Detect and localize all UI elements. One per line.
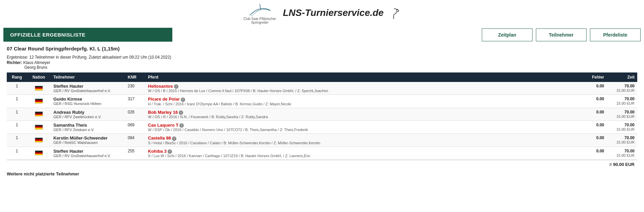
pferdeliste-button[interactable]: Pferdeliste: [590, 28, 641, 41]
content-area: 07 Clear Round Springpferdeprfg. Kl. L (…: [0, 42, 644, 169]
info-icon[interactable]: i: [181, 98, 185, 102]
cell-rang: 1: [7, 95, 27, 108]
participant-club: GER / RFV Zweibrücken e.V.: [53, 115, 122, 119]
cell-knr: 069: [125, 121, 145, 133]
cell-rang: 1: [7, 134, 27, 147]
table-row: 1Guido KirmseGER / RSG Hunsrück Höhen317…: [7, 95, 637, 108]
cell-teilnehmer: Kerstin Müller-SchwenderGER / ReitSC Wal…: [51, 134, 125, 147]
cell-fehler: 0.00: [580, 108, 607, 121]
cell-knr: 230: [125, 82, 145, 95]
cell-zeit: 70.0015.00 EUR: [607, 134, 637, 147]
logo-arc-svg: [246, 3, 273, 17]
col-zeit: Zeit: [607, 72, 637, 82]
nav-buttons: Zeitplan Teilnehmer Pferdeliste: [176, 28, 641, 42]
horse-details: H / Trak. / Schi / 2016 / Icare D'Olympe…: [148, 102, 577, 106]
fehler-value: 0.00: [583, 110, 604, 114]
col-fehler: Fehler: [580, 72, 607, 82]
meta-info: Ergebnisse: 12 Teilnehmer in dieser Prüf…: [7, 55, 637, 60]
cell-pferd: Bob Marley 16iW / OS / R / 2016 / N.N. /…: [145, 108, 580, 121]
info-icon[interactable]: i: [172, 136, 176, 141]
cell-pferd: Picare de PolariH / Trak. / Schi / 2016 …: [145, 95, 580, 108]
info-icon[interactable]: i: [168, 149, 172, 154]
flag-de: [35, 86, 43, 91]
cell-fehler: 0.00: [580, 82, 607, 95]
fehler-value: 0.00: [583, 97, 604, 101]
richter-label: Richter:: [7, 60, 22, 65]
cell-teilnehmer: Steffen HauterGER / RV Großsteinhauserho…: [51, 147, 125, 160]
cell-rang: 1: [7, 82, 27, 95]
horse-name: Bob Marley 16: [148, 110, 178, 115]
cell-pferd: Cas Laquero TiW / DSP / Db / 2016 / Casa…: [145, 121, 580, 133]
cell-zeit: 70.0015.00 EUR: [607, 108, 637, 121]
flag-de: [35, 125, 43, 130]
horse-name: Picare de Polar: [148, 97, 180, 102]
participant-name: Guido Kirmse: [53, 97, 122, 102]
fehler-value: 0.00: [583, 149, 604, 153]
participant-club: GER / RV Großsteinhauserhof e.V.: [53, 154, 122, 158]
participant-club: GER / RFV Zeiskam e.V.: [53, 128, 122, 132]
footer-note: Weitere nicht platzierte Teilnehmer: [0, 169, 644, 179]
info-icon[interactable]: i: [174, 84, 178, 89]
horse-details: S / Lux.W / Schi / 2016 / Kannan / Carth…: [148, 154, 577, 158]
flag-de: [35, 150, 43, 155]
horse-name: Kohiba 3: [148, 149, 167, 154]
cell-pferd: Kohiba 3iS / Lux.W / Schi / 2016 / Kanna…: [145, 147, 580, 160]
cell-zeit: 70.0015.00 EUR: [607, 95, 637, 108]
cell-teilnehmer: Andreas RublyGER / RFV Zweibrücken e.V.: [51, 108, 125, 121]
zeit-value: 70.00: [610, 110, 635, 114]
col-teilnehmer: Teilnehmer: [51, 72, 125, 82]
cell-fehler: 0.00: [580, 147, 607, 160]
header-logo: Club Saar-Pfälzischer Springreiter LNS-T…: [0, 0, 644, 28]
fehler-value: 0.00: [583, 135, 604, 140]
logo-horse-icon: [387, 7, 401, 21]
col-pferd: Pferd: [145, 72, 580, 82]
zeit-value: 70.00: [610, 84, 635, 88]
preis-value: 15.00 EUR: [610, 114, 635, 119]
cell-rang: 1: [7, 108, 27, 121]
preis-value: 15.00 EUR: [610, 88, 635, 92]
cell-zeit: 70.0015.00 EUR: [607, 147, 637, 160]
flag-de: [35, 99, 43, 104]
cell-knr: 026: [125, 108, 145, 121]
cell-nation: [27, 108, 51, 121]
flag-de: [35, 137, 43, 143]
cell-pferd: HellosantosiW / OS / B / 2015 / Hermes d…: [145, 82, 580, 95]
cell-zeit: 70.0015.00 EUR: [607, 121, 637, 133]
preis-value: 15.00 EUR: [610, 127, 635, 131]
participant-club: GER / ReitSC Walshausen: [53, 141, 122, 145]
nav-bar: OFFIZIELLE ERGEBNISLISTE Zeitplan Teilne…: [0, 28, 644, 42]
cell-rang: 1: [7, 121, 27, 133]
zeitplan-button[interactable]: Zeitplan: [482, 28, 532, 41]
results-table: Rang Nation Teilnehmer KNR Pferd Fehler …: [7, 72, 637, 160]
participant-name: Steffen Hauter: [53, 84, 122, 89]
participant-name: Samantha Theis: [53, 123, 122, 128]
table-row: 1Steffen HauterGER / RV Großsteinhauserh…: [7, 147, 637, 160]
cell-teilnehmer: Samantha TheisGER / RFV Zeiskam e.V.: [51, 121, 125, 133]
cell-nation: [27, 134, 51, 147]
info-icon[interactable]: i: [179, 123, 184, 128]
horse-name: Cas Laquero T: [148, 123, 178, 128]
flag-de: [35, 111, 43, 116]
teilnehmer-button[interactable]: Teilnehmer: [536, 28, 587, 41]
event-title: 07 Clear Round Springpferdeprfg. Kl. L (…: [7, 46, 637, 51]
cell-fehler: 0.00: [580, 95, 607, 108]
table-row: 1Kerstin Müller-SchwenderGER / ReitSC Wa…: [7, 134, 637, 147]
cell-nation: [27, 95, 51, 108]
logo-left-line2: Springreiter: [251, 21, 269, 24]
preis-value: 15.00 EUR: [610, 101, 635, 105]
total-row: = 90.00 EUR: [7, 160, 637, 169]
cell-nation: [27, 121, 51, 133]
preis-value: 15.00 EUR: [610, 153, 635, 157]
richter-block: Richter: Klaus Altmeyer Georg Bruns: [7, 60, 637, 70]
col-knr: KNR: [125, 72, 145, 82]
info-icon[interactable]: i: [179, 110, 183, 115]
fehler-value: 0.00: [583, 84, 604, 88]
cell-rang: 1: [7, 147, 27, 160]
table-row: 1Samantha TheisGER / RFV Zeiskam e.V.069…: [7, 121, 637, 133]
cell-pferd: Castella 98iS / Holst / BkaSc / 2016 / C…: [145, 134, 580, 147]
zeit-value: 70.00: [610, 123, 635, 127]
svg-point-1: [397, 9, 398, 10]
cell-teilnehmer: Guido KirmseGER / RSG Hunsrück Höhen: [51, 95, 125, 108]
zeit-value: 70.00: [610, 149, 635, 153]
col-nation: Nation: [27, 72, 51, 82]
